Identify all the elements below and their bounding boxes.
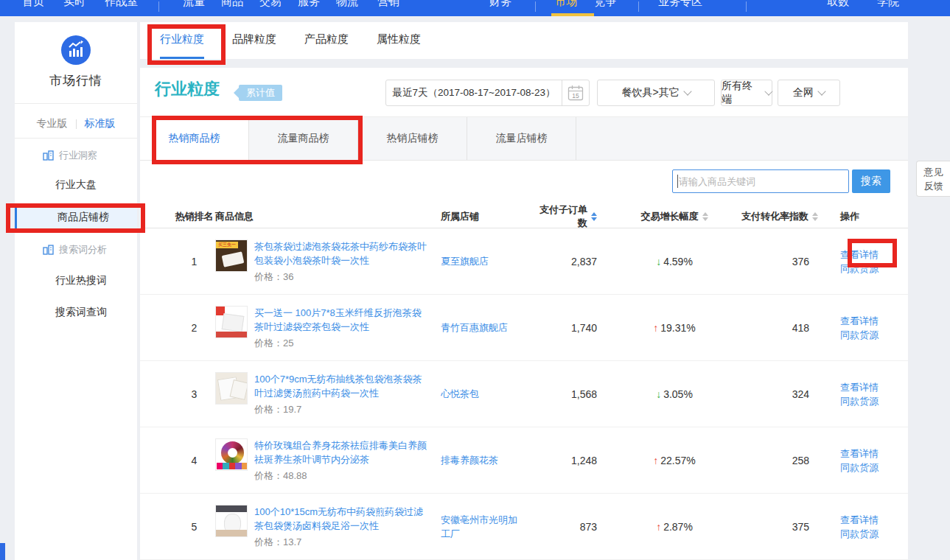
page-title: 行业粒度 [155, 78, 220, 100]
product-price: 价格：25 [254, 337, 428, 350]
nav-item-traffic[interactable]: 流量 [183, 0, 205, 9]
version-pro[interactable]: 专业版 [37, 117, 68, 130]
shop-link[interactable]: 夏至旗舰店 [441, 254, 489, 268]
rank-value: 3 [173, 388, 215, 400]
header-trade-growth[interactable]: 交易增长幅度 [597, 210, 722, 223]
product-image[interactable] [215, 505, 248, 537]
keyword-search-input[interactable] [672, 169, 849, 193]
shop-link[interactable]: 心悦茶包 [441, 387, 479, 401]
rank-value: 5 [173, 521, 215, 533]
nav-item-home[interactable]: 首页 [22, 0, 44, 9]
sidebar-section-label: 搜索词分析 [59, 243, 107, 256]
product-title-link[interactable]: 买一送一 100片7*8玉米纤维反折泡茶袋茶叶过滤袋空茶包袋一次性 [254, 306, 428, 334]
tab-brand-granularity[interactable]: 品牌粒度 [232, 22, 276, 57]
same-goods-source-link[interactable]: 同款货源 [840, 461, 895, 475]
nav-item-warroom[interactable]: 作战室 [105, 0, 138, 9]
tab-attribute-granularity[interactable]: 属性粒度 [377, 22, 421, 57]
view-detail-link[interactable]: 查看详情 [840, 380, 895, 394]
table-row: 4 特价玫瑰组合养身花茶祛痘排毒美白养颜祛斑养生茶叶调节内分泌茶 价格：48.8… [140, 427, 908, 494]
table-row: 2 买一送一 100片7*8玉米纤维反折泡茶袋茶叶过滤袋空茶包袋一次性 价格：2… [140, 295, 908, 361]
nav-item-logistics[interactable]: 物流 [336, 0, 358, 9]
view-detail-link[interactable]: 查看详情 [840, 314, 895, 328]
sidebar-item-search-word-query[interactable]: 搜索词查询 [55, 306, 107, 319]
paid-suborders-value: 1,568 [531, 388, 597, 400]
scope-dropdown-value: 全网 [793, 86, 814, 99]
product-image[interactable] [215, 372, 248, 405]
same-goods-source-link[interactable]: 同款货源 [840, 394, 895, 408]
sidebar-item-hot-search-words[interactable]: 行业热搜词 [55, 274, 107, 287]
shop-link[interactable]: 安徽亳州市光明加工厂 [441, 513, 526, 541]
nav-item-business-zone[interactable]: 业务专区 [658, 0, 702, 9]
app-root: 首页 实时 作战室 流量 商品 交易 服务 物流 营销 财务 市场 竞争 业务专… [0, 0, 950, 560]
terminal-dropdown-value: 所有终端 [722, 80, 761, 106]
tab-product-granularity[interactable]: 产品粒度 [304, 22, 349, 57]
subtab-hot-product-ranking[interactable]: 热销商品榜 [140, 117, 249, 160]
search-button[interactable]: 搜索 [852, 169, 890, 193]
product-image[interactable] [215, 306, 248, 338]
sidebar: 市场行情 专业版 标准版 行业洞察 行业大盘 商品店铺榜 [15, 22, 137, 560]
product-title-link[interactable]: 100个7*9cm无纺布抽线茶包袋泡茶袋茶叶过滤煲汤煎药中药袋一次性 [254, 372, 428, 400]
header-paid-suborders[interactable]: 支付子订单数 [531, 203, 597, 230]
shop-link[interactable]: 排毒养颜花茶 [441, 453, 498, 467]
nav-item-realtime[interactable]: 实时 [63, 0, 85, 9]
sidebar-item-product-shop-ranking[interactable]: 商品店铺榜 [15, 205, 137, 229]
product-title-link[interactable]: 特价玫瑰组合养身花茶祛痘排毒美白养颜祛斑养生茶叶调节内分泌茶 [254, 438, 428, 466]
nav-item-marketing[interactable]: 营销 [377, 0, 399, 9]
header-conversion-index[interactable]: 支付转化率指数 [722, 210, 818, 223]
same-goods-source-link[interactable]: 同款货源 [840, 527, 895, 541]
product-image[interactable]: 买三免一 [215, 239, 248, 272]
decorative-shape [216, 505, 248, 512]
nav-item-service[interactable]: 服务 [298, 0, 320, 9]
scope-dropdown[interactable]: 全网 [778, 80, 840, 106]
nav-divider [746, 1, 747, 12]
product-title-link[interactable]: 100个10*15cm无纺布中药袋煎药袋过滤茶包袋煲汤卤料袋足浴一次性 [254, 505, 428, 533]
nav-item-finance[interactable]: 财务 [489, 0, 511, 9]
nav-item-data-fetch[interactable]: 取数 [827, 0, 849, 9]
view-detail-link[interactable]: 查看详情 [840, 513, 895, 527]
view-detail-link[interactable]: 查看详情 [840, 447, 895, 461]
sort-icon[interactable] [812, 212, 818, 221]
same-goods-source-link[interactable]: 同款货源 [840, 262, 895, 276]
header-rank: 热销排名 [173, 210, 215, 223]
decorative-shape [216, 332, 248, 337]
subtab-traffic-shop-ranking[interactable]: 流量店铺榜 [467, 117, 576, 160]
nav-item-market[interactable]: 市场 [555, 0, 577, 9]
product-title-link[interactable]: 茶包茶袋过滤泡茶袋花茶中药纱布袋茶叶包装袋小泡袋茶叶袋一次性 [254, 239, 428, 267]
terminal-dropdown[interactable]: 所有终端 [721, 80, 772, 106]
category-dropdown[interactable]: 餐饮具>其它 [597, 80, 715, 106]
decorative-shape [217, 463, 248, 469]
subtab-traffic-product-ranking[interactable]: 流量商品榜 [249, 117, 358, 160]
feedback-button[interactable]: 意见反馈 [916, 161, 950, 197]
paid-suborders-value: 1,248 [531, 455, 597, 466]
divider [76, 119, 77, 129]
nav-item-competition[interactable]: 竞争 [594, 0, 616, 9]
version-standard[interactable]: 标准版 [85, 117, 116, 130]
table-row: 3 100个7*9cm无纺布抽线茶包袋泡茶袋茶叶过滤煲汤煎药中药袋一次性 价格：… [140, 361, 908, 427]
sort-icon[interactable] [591, 212, 597, 221]
sidebar-item-industry-overview[interactable]: 行业大盘 [55, 178, 97, 192]
conversion-index-value: 324 [722, 388, 818, 400]
subtab-hot-shop-ranking[interactable]: 热销店铺榜 [358, 117, 467, 160]
active-nav-underline [551, 13, 594, 16]
trade-growth-value: 4.59% [597, 256, 722, 267]
same-goods-source-link[interactable]: 同款货源 [840, 328, 895, 342]
nav-item-trade[interactable]: 交易 [259, 0, 282, 9]
sort-icon[interactable] [702, 212, 708, 221]
product-price: 价格：13.7 [254, 536, 428, 549]
paid-suborders-value: 873 [531, 521, 597, 533]
shop-link[interactable]: 青竹百惠旗舰店 [441, 321, 508, 335]
product-image[interactable] [215, 438, 248, 471]
conversion-index-value: 375 [722, 521, 818, 533]
sidebar-section-search-analysis: 搜索词分析 [43, 243, 107, 256]
nav-divider [158, 1, 159, 12]
tab-industry-granularity[interactable]: 行业粒度 [160, 22, 204, 59]
nav-item-product[interactable]: 商品 [221, 0, 243, 9]
nav-item-academy[interactable]: 学院 [877, 0, 899, 9]
view-detail-link[interactable]: 查看详情 [840, 248, 895, 262]
date-range-picker[interactable]: 最近7天（2017-08-17~2017-08-23） 15 [385, 80, 590, 106]
product-price: 价格：36 [254, 270, 428, 284]
trade-growth-value: 3.05% [597, 388, 722, 400]
app-title: 市场行情 [15, 72, 137, 89]
decorative-shape [216, 530, 248, 536]
market-chart-logo-icon [61, 35, 91, 65]
